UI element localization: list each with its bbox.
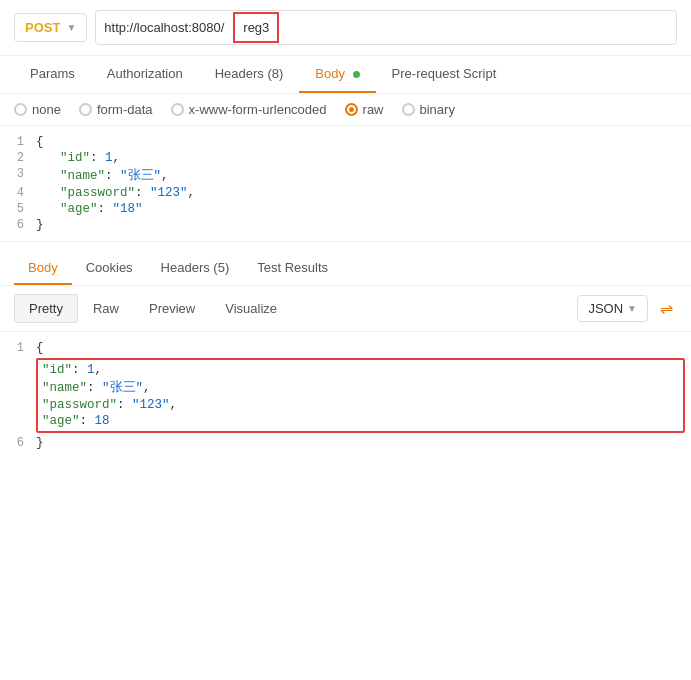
response-highlight-box: "id": 1, "name": "张三", "password": "123"… [36, 358, 685, 433]
sub-tab-pretty[interactable]: Pretty [14, 294, 78, 323]
json-format-selector[interactable]: JSON ▼ [577, 295, 648, 322]
resp-line-3: "name": "张三", [42, 378, 679, 397]
resp-line-4: "password": "123", [42, 397, 679, 413]
resp-tab-test-results[interactable]: Test Results [243, 252, 342, 285]
req-line-4: 4 "password": "123", [0, 185, 691, 201]
url-highlight[interactable]: reg3 [233, 12, 279, 43]
response-tabs: Body Cookies Headers (5) Test Results [0, 242, 691, 286]
wrap-text-icon[interactable]: ⇌ [656, 295, 677, 322]
resp-line-6: 6 } [0, 435, 691, 451]
sub-tab-preview[interactable]: Preview [134, 294, 210, 323]
request-body-editor: 1 { 2 "id": 1, 3 "name": "张三", 4 "passwo… [0, 126, 691, 242]
method-dropdown[interactable]: POST ▼ [14, 13, 87, 42]
radio-raw[interactable]: raw [345, 102, 384, 117]
method-label: POST [25, 20, 60, 35]
chevron-down-icon: ▼ [627, 303, 637, 314]
radio-circle-form-data [79, 103, 92, 116]
url-base[interactable]: http://localhost:8080/ [96, 14, 232, 41]
sub-tab-visualize[interactable]: Visualize [210, 294, 292, 323]
req-line-6: 6 } [0, 217, 691, 233]
radio-circle-none [14, 103, 27, 116]
tab-body[interactable]: Body [299, 56, 375, 93]
body-type-row: none form-data x-www-form-urlencoded raw… [0, 94, 691, 126]
radio-circle-raw [345, 103, 358, 116]
url-bar: POST ▼ http://localhost:8080/reg3 [0, 0, 691, 56]
chevron-down-icon: ▼ [66, 22, 76, 33]
resp-tab-body[interactable]: Body [14, 252, 72, 285]
radio-form-data[interactable]: form-data [79, 102, 153, 117]
radio-circle-binary [402, 103, 415, 116]
resp-line-2: "id": 1, [42, 362, 679, 378]
radio-circle-urlencoded [171, 103, 184, 116]
req-line-1: 1 { [0, 134, 691, 150]
radio-urlencoded[interactable]: x-www-form-urlencoded [171, 102, 327, 117]
tab-params[interactable]: Params [14, 56, 91, 93]
resp-tab-headers[interactable]: Headers (5) [147, 252, 244, 285]
tab-headers[interactable]: Headers (8) [199, 56, 300, 93]
resp-line-1: 1 { [0, 340, 691, 356]
req-line-2: 2 "id": 1, [0, 150, 691, 166]
radio-binary[interactable]: binary [402, 102, 455, 117]
req-line-3: 3 "name": "张三", [0, 166, 691, 185]
request-tabs: Params Authorization Headers (8) Body Pr… [0, 56, 691, 94]
response-body-editor: 1 { "id": 1, "name": "张三", "password": "… [0, 332, 691, 459]
sub-tab-raw[interactable]: Raw [78, 294, 134, 323]
sub-tabs-row: Pretty Raw Preview Visualize JSON ▼ ⇌ [0, 286, 691, 332]
radio-none[interactable]: none [14, 102, 61, 117]
req-line-5: 5 "age": "18" [0, 201, 691, 217]
url-input-wrapper: http://localhost:8080/reg3 [95, 10, 677, 45]
resp-line-5: "age": 18 [42, 413, 679, 429]
json-label: JSON [588, 301, 623, 316]
tab-authorization[interactable]: Authorization [91, 56, 199, 93]
resp-tab-cookies[interactable]: Cookies [72, 252, 147, 285]
tab-pre-request-script[interactable]: Pre-request Script [376, 56, 513, 93]
